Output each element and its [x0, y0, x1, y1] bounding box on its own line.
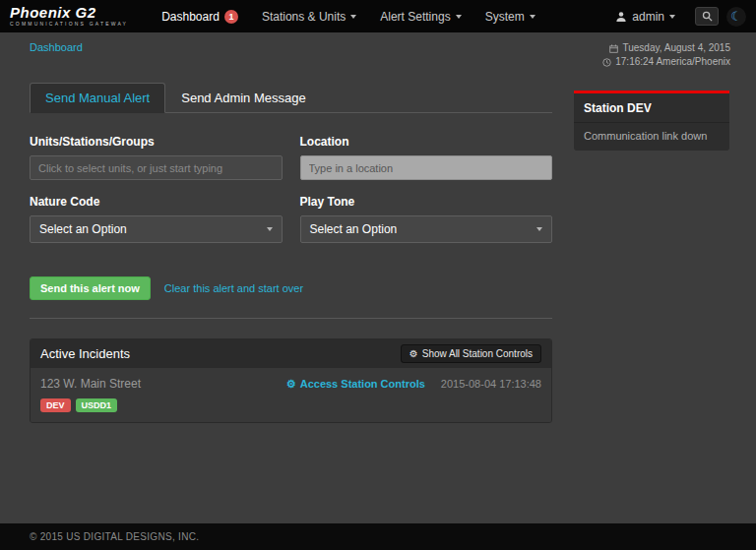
- notification-badge: 1: [224, 10, 238, 24]
- access-station-controls-link[interactable]: ⚙ Access Station Controls: [286, 378, 425, 390]
- location-label: Location: [300, 135, 553, 149]
- moon-icon: ☾: [730, 9, 742, 24]
- play-tone-value: Select an Option: [310, 222, 398, 236]
- footer: © 2015 US DIGITAL DESIGNS, INC.: [0, 523, 756, 550]
- datetime-display: Tuesday, August 4, 2015 17:16:24 America…: [602, 41, 730, 69]
- station-alert-panel[interactable]: Station DEV Communication link down: [574, 91, 729, 151]
- location-field: Location: [300, 135, 553, 180]
- location-input[interactable]: [300, 155, 553, 180]
- chevron-down-icon: [536, 227, 542, 231]
- unit-badge: USDD1: [76, 398, 118, 412]
- brand-title: Phoenix G2: [10, 5, 128, 20]
- user-icon: [615, 11, 627, 23]
- tab-bar: Send Manual Alert Send Admin Message: [30, 83, 552, 113]
- play-tone-label: Play Tone: [300, 195, 553, 209]
- chevron-down-icon: [267, 227, 273, 231]
- station-badge: DEV: [40, 398, 71, 412]
- units-label: Units/Stations/Groups: [30, 135, 283, 149]
- nav-item-alert-settings[interactable]: Alert Settings: [368, 0, 472, 32]
- station-alert-title: Station DEV: [574, 93, 729, 123]
- alerts-sidebar: Station DEV Communication link down: [574, 91, 729, 151]
- station-alert-message: Communication link down: [574, 123, 729, 151]
- nav-item-dashboard-label: Dashboard: [161, 10, 220, 24]
- tab-send-admin-message[interactable]: Send Admin Message: [165, 83, 321, 113]
- section-divider: [30, 318, 552, 319]
- incident-right-group: ⚙ Access Station Controls 2015-08-04 17:…: [286, 378, 541, 390]
- time-line: 17:16:24 America/Phoenix: [602, 55, 730, 69]
- search-icon: [702, 11, 713, 22]
- theme-toggle-button[interactable]: ☾: [726, 7, 746, 27]
- content-area: Send Manual Alert Send Admin Message Uni…: [0, 69, 756, 523]
- incident-address: 123 W. Main Street: [40, 377, 141, 391]
- units-field: Units/Stations/Groups: [30, 135, 283, 180]
- incident-top-line: 123 W. Main Street ⚙ Access Station Cont…: [40, 377, 541, 391]
- nav-item-alert-settings-label: Alert Settings: [380, 10, 450, 24]
- chevron-down-icon: [350, 15, 356, 19]
- nature-code-select[interactable]: Select an Option: [30, 215, 283, 243]
- nav-item-stations-units[interactable]: Stations & Units: [250, 0, 368, 32]
- play-tone-select[interactable]: Select an Option: [300, 215, 553, 243]
- date-text: Tuesday, August 4, 2015: [622, 41, 730, 55]
- nature-code-label: Nature Code: [30, 195, 283, 209]
- active-incidents-header: Active Incidents ⚙ Show All Station Cont…: [31, 339, 551, 368]
- user-menu[interactable]: admin: [603, 10, 687, 24]
- units-input[interactable]: [30, 155, 283, 180]
- nature-code-field: Nature Code Select an Option: [30, 195, 283, 243]
- time-text: 17:16:24 America/Phoenix: [615, 55, 730, 69]
- gears-icon: ⚙: [286, 379, 296, 390]
- incident-badges: DEV USDD1: [40, 398, 541, 412]
- show-all-station-controls-label: Show All Station Controls: [422, 348, 533, 359]
- incident-timestamp: 2015-08-04 17:13:48: [441, 378, 541, 390]
- show-all-station-controls-button[interactable]: ⚙ Show All Station Controls: [401, 344, 541, 363]
- active-incidents-panel: Active Incidents ⚙ Show All Station Cont…: [30, 338, 552, 423]
- brand-logo[interactable]: Phoenix G2 COMMUNICATIONS GATEWAY: [0, 0, 138, 32]
- nature-code-value: Select an Option: [39, 222, 127, 236]
- alert-form: Units/Stations/Groups Location Nature Co…: [30, 135, 552, 243]
- header-row: Dashboard Tuesday, August 4, 2015 17:16:…: [0, 32, 756, 69]
- main-column: Send Manual Alert Send Admin Message Uni…: [30, 83, 552, 423]
- chevron-down-icon: [456, 15, 462, 19]
- form-actions: Send this alert now Clear this alert and…: [30, 276, 552, 300]
- nav-item-system[interactable]: System: [473, 0, 547, 32]
- copyright-text: © 2015 US DIGITAL DESIGNS, INC.: [30, 531, 199, 542]
- breadcrumb[interactable]: Dashboard: [30, 41, 83, 53]
- navbar-right: admin ☾: [603, 0, 756, 32]
- tab-send-manual-alert[interactable]: Send Manual Alert: [30, 83, 165, 113]
- play-tone-field: Play Tone Select an Option: [300, 195, 553, 243]
- nav-item-stations-units-label: Stations & Units: [262, 10, 346, 24]
- send-alert-button[interactable]: Send this alert now: [30, 276, 151, 300]
- nav-items: Dashboard 1 Stations & Units Alert Setti…: [150, 0, 546, 32]
- nav-item-dashboard[interactable]: Dashboard 1: [150, 0, 250, 32]
- clear-alert-link[interactable]: Clear this alert and start over: [164, 282, 303, 294]
- gears-icon: ⚙: [410, 349, 418, 359]
- incident-row: 123 W. Main Street ⚙ Access Station Cont…: [40, 377, 541, 412]
- chevron-down-icon: [669, 15, 675, 19]
- date-line: Tuesday, August 4, 2015: [602, 41, 730, 55]
- nav-item-system-label: System: [485, 10, 525, 24]
- chevron-down-icon: [530, 15, 536, 19]
- clock-icon: [602, 58, 611, 67]
- active-incidents-title: Active Incidents: [40, 346, 130, 361]
- brand-subtitle: COMMUNICATIONS GATEWAY: [10, 20, 128, 28]
- access-station-controls-label: Access Station Controls: [300, 378, 425, 390]
- navbar: Phoenix G2 COMMUNICATIONS GATEWAY Dashbo…: [0, 0, 756, 32]
- user-menu-label: admin: [632, 10, 664, 24]
- active-incidents-body: 123 W. Main Street ⚙ Access Station Cont…: [31, 368, 551, 422]
- calendar-icon: [609, 44, 618, 53]
- search-button[interactable]: [695, 7, 719, 26]
